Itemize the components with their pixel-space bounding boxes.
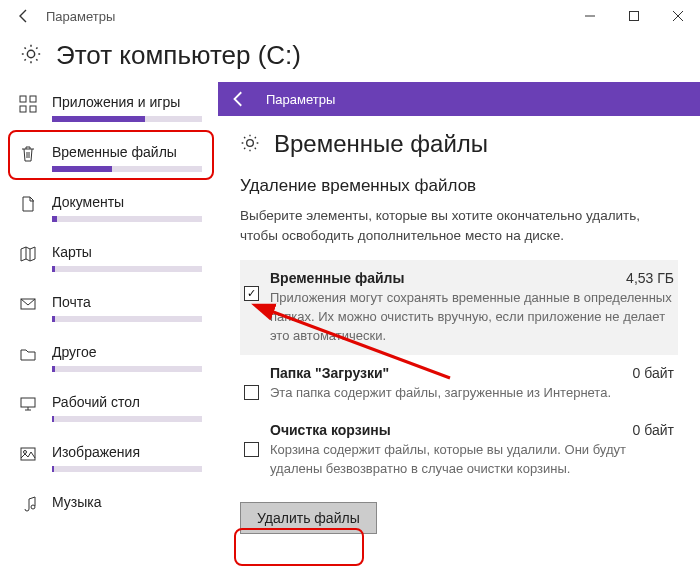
sidebar-item-label: Музыка bbox=[52, 492, 206, 512]
window-title: Параметры bbox=[40, 9, 115, 24]
file-size: 0 байт bbox=[633, 422, 674, 438]
sidebar-item-maps[interactable]: Карты bbox=[14, 234, 210, 284]
sidebar-item-label: Временные файлы bbox=[52, 142, 206, 162]
content-title: Временные файлы bbox=[274, 130, 488, 158]
delete-files-button[interactable]: Удалить файлы bbox=[240, 502, 377, 534]
apps-icon bbox=[18, 94, 38, 114]
music-icon bbox=[18, 494, 38, 514]
map-icon bbox=[18, 244, 38, 264]
svg-rect-7 bbox=[30, 106, 36, 112]
file-size: 0 байт bbox=[633, 365, 674, 381]
sidebar-item-label: Почта bbox=[52, 292, 206, 312]
sidebar-item-label: Рабочий стол bbox=[52, 392, 206, 412]
arrow-left-icon bbox=[16, 8, 32, 24]
content-header: Параметры bbox=[218, 82, 700, 116]
close-button[interactable] bbox=[656, 0, 700, 32]
file-item-downloads[interactable]: Папка "Загрузки" 0 байт Эта папка содерж… bbox=[240, 355, 678, 412]
sidebar-item-apps[interactable]: Приложения и игры bbox=[14, 84, 210, 134]
svg-rect-9 bbox=[21, 398, 35, 407]
section-heading: Удаление временных файлов bbox=[240, 176, 678, 196]
sidebar-item-documents[interactable]: Документы bbox=[14, 184, 210, 234]
svg-rect-6 bbox=[20, 106, 26, 112]
sidebar: Приложения и игры Временные файлы Докуме… bbox=[0, 82, 218, 578]
content-pane: Параметры Временные файлы Удаление време… bbox=[218, 82, 700, 578]
desktop-icon bbox=[18, 394, 38, 414]
svg-point-12 bbox=[31, 505, 35, 509]
content-back-button[interactable] bbox=[222, 82, 256, 116]
file-size: 4,53 ГБ bbox=[626, 270, 674, 286]
svg-rect-1 bbox=[630, 12, 639, 21]
arrow-left-icon bbox=[230, 90, 248, 108]
minimize-button[interactable] bbox=[568, 0, 612, 32]
page-title: Этот компьютер (C:) bbox=[56, 40, 301, 71]
gear-icon bbox=[20, 43, 42, 68]
sidebar-item-images[interactable]: Изображения bbox=[14, 434, 210, 484]
svg-rect-5 bbox=[30, 96, 36, 102]
checkbox-recyclebin[interactable] bbox=[244, 442, 259, 457]
content-header-title: Параметры bbox=[266, 92, 335, 107]
section-description: Выберите элементы, которые вы хотите око… bbox=[240, 206, 678, 246]
maximize-button[interactable] bbox=[612, 0, 656, 32]
sidebar-item-desktop[interactable]: Рабочий стол bbox=[14, 384, 210, 434]
image-icon bbox=[18, 444, 38, 464]
file-desc: Эта папка содержит файлы, загруженные из… bbox=[270, 383, 674, 402]
file-desc: Приложения могут сохранять временные дан… bbox=[270, 288, 674, 345]
sidebar-item-label: Документы bbox=[52, 192, 206, 212]
document-icon bbox=[18, 194, 38, 214]
folder-icon bbox=[18, 344, 38, 364]
file-name: Папка "Загрузки" bbox=[270, 365, 389, 381]
trash-icon bbox=[18, 144, 38, 164]
sidebar-item-label: Приложения и игры bbox=[52, 92, 206, 112]
sidebar-item-label: Карты bbox=[52, 242, 206, 262]
file-desc: Корзина содержит файлы, которые вы удали… bbox=[270, 440, 674, 478]
file-name: Очистка корзины bbox=[270, 422, 391, 438]
sidebar-item-label: Другое bbox=[52, 342, 206, 362]
checkbox-temp[interactable]: ✓ bbox=[244, 286, 259, 301]
titlebar: Параметры bbox=[0, 0, 700, 32]
gear-icon bbox=[240, 133, 260, 156]
sidebar-item-mail[interactable]: Почта bbox=[14, 284, 210, 334]
sidebar-item-temp[interactable]: Временные файлы bbox=[14, 134, 210, 184]
sidebar-item-other[interactable]: Другое bbox=[14, 334, 210, 384]
sidebar-item-label: Изображения bbox=[52, 442, 206, 462]
sidebar-item-music[interactable]: Музыка bbox=[14, 484, 210, 526]
checkbox-downloads[interactable] bbox=[244, 385, 259, 400]
window-controls bbox=[568, 0, 700, 32]
svg-rect-4 bbox=[20, 96, 26, 102]
page-title-row: Этот компьютер (C:) bbox=[0, 32, 700, 82]
back-button[interactable] bbox=[8, 0, 40, 32]
file-item-temp[interactable]: ✓ Временные файлы 4,53 ГБ Приложения мог… bbox=[240, 260, 678, 355]
svg-point-11 bbox=[24, 451, 27, 454]
mail-icon bbox=[18, 294, 38, 314]
file-item-recyclebin[interactable]: Очистка корзины 0 байт Корзина содержит … bbox=[240, 412, 678, 488]
file-name: Временные файлы bbox=[270, 270, 404, 286]
